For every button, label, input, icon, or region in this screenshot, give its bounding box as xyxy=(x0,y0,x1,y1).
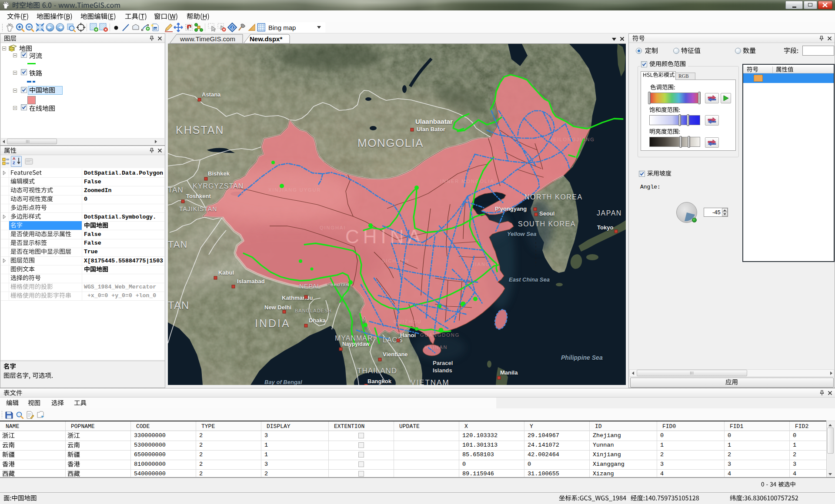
svg-text:New Delhi: New Delhi xyxy=(264,304,291,311)
svg-text:P'yongyang: P'yongyang xyxy=(495,206,527,212)
svg-text:SOUTH KOREA: SOUTH KOREA xyxy=(518,220,576,228)
svg-text:QINGHAI: QINGHAI xyxy=(320,225,346,230)
svg-text:SF: SF xyxy=(154,28,157,30)
svg-text:MONGOLIA: MONGOLIA xyxy=(357,136,424,149)
svg-text:Kathmandu: Kathmandu xyxy=(282,295,313,301)
svg-text:Manila: Manila xyxy=(500,369,518,376)
svg-text:INNER MONGOLIA: INNER MONGOLIA xyxy=(440,179,494,184)
svg-text:NEPAL: NEPAL xyxy=(299,283,321,290)
svg-text:GUIZHOU: GUIZHOU xyxy=(394,319,422,324)
svg-text:NORTH KOREA: NORTH KOREA xyxy=(524,193,583,201)
svg-text:Bishkek: Bishkek xyxy=(208,170,230,177)
svg-text:JAPAN: JAPAN xyxy=(597,209,622,217)
svg-text:Bangkok: Bangkok xyxy=(367,378,392,385)
svg-text:Astana: Astana xyxy=(202,91,221,98)
svg-text:VIETNAM: VIETNAM xyxy=(411,378,450,385)
svg-text:Islands: Islands xyxy=(433,367,452,374)
svg-text:SICHUAN: SICHUAN xyxy=(382,258,410,263)
svg-text:Paracel: Paracel xyxy=(433,360,453,366)
svg-text:TAN: TAN xyxy=(168,239,187,250)
svg-text:BHUTAN: BHUTAN xyxy=(331,283,349,287)
svg-text:KHSTAN: KHSTAN xyxy=(176,124,224,136)
svg-text:BANGLADESH: BANGLADESH xyxy=(295,308,332,313)
svg-text:Naypyidaw: Naypyidaw xyxy=(342,341,370,347)
svg-text:Toshkent: Toshkent xyxy=(186,193,211,199)
svg-text:Hanoi: Hanoi xyxy=(400,332,416,338)
svg-text:Ulaanbaatar: Ulaanbaatar xyxy=(415,118,453,125)
svg-text:THAILAND: THAILAND xyxy=(357,367,397,375)
svg-text:INDIA: INDIA xyxy=(255,317,291,329)
svg-text:Yellow Sea: Yellow Sea xyxy=(507,231,536,237)
svg-text:GUANGDONG: GUANGDONG xyxy=(420,332,460,338)
svg-text:Dhaka: Dhaka xyxy=(309,317,326,324)
svg-text:TAN: TAN xyxy=(168,186,184,194)
svg-text:KYRGYZSTAN: KYRGYZSTAN xyxy=(193,182,244,190)
svg-text:Islamabad: Islamabad xyxy=(237,278,265,285)
svg-text:TAN: TAN xyxy=(168,299,189,311)
svg-text:TAJIKISTAN: TAJIKISTAN xyxy=(179,206,217,212)
svg-text:Bay of Bengal: Bay of Bengal xyxy=(264,379,302,385)
svg-text:Kabul: Kabul xyxy=(218,269,234,276)
svg-text:East China Sea: East China Sea xyxy=(509,276,550,283)
svg-text:Tokyo: Tokyo xyxy=(597,224,613,231)
svg-text:Philippine Sea: Philippine Sea xyxy=(561,354,603,361)
svg-text:Ulan Bator: Ulan Bator xyxy=(417,126,445,133)
svg-text:Seoul: Seoul xyxy=(539,210,554,217)
svg-text:HAINAN: HAINAN xyxy=(424,345,448,350)
svg-text:Vientiane: Vientiane xyxy=(383,351,408,358)
svg-text:XINJIANG UYGUR: XINJIANG UYGUR xyxy=(268,187,321,192)
